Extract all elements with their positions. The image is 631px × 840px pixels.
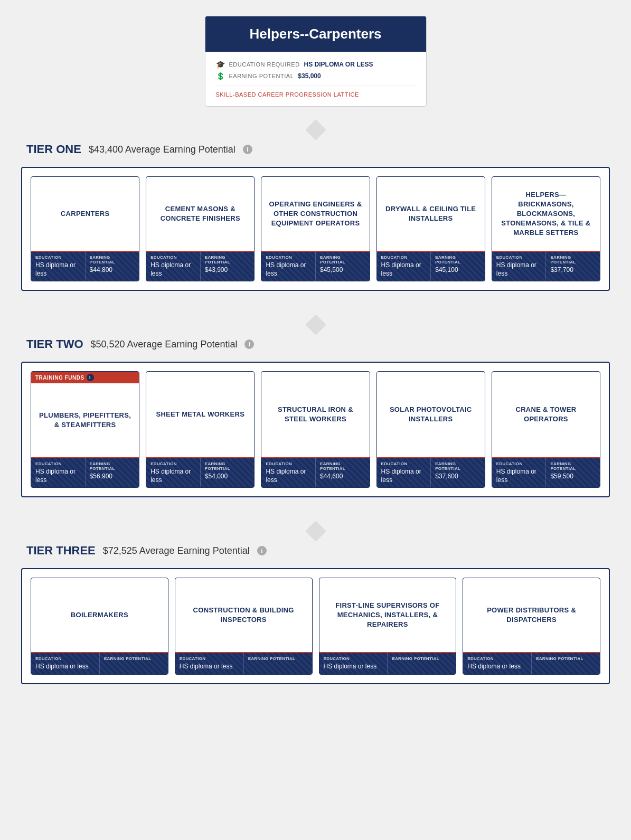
footer-earning-value: $54,000 <box>205 473 250 481</box>
card-footer: EDUCATION HS diploma or less EARNING POT… <box>261 251 369 281</box>
tier-two-cards-row: TRAINING FUNDS i PLUMBERS, PIPEFITTERS, … <box>31 371 600 488</box>
card-footer: EDUCATION HS diploma or less EARNING POT… <box>175 652 312 674</box>
footer-education-col: EDUCATION HS diploma or less <box>377 458 431 487</box>
connector-0 <box>21 122 610 137</box>
footer-education-value: HS diploma or less <box>266 468 311 484</box>
footer-education-label: EDUCATION <box>496 461 542 466</box>
card-title: OPERATING ENGINEERS & OTHER CONSTRUCTION… <box>268 200 363 229</box>
tier-three-card-2[interactable]: FIRST-LINE SUPERVISORS OF MECHANICS, INS… <box>319 578 457 675</box>
card-body: CARPENTERS <box>31 177 139 251</box>
footer-education-col: EDUCATION HS diploma or less <box>31 458 86 487</box>
footer-education-label: EDUCATION <box>150 461 196 466</box>
tier-two: TIER TWO $50,520 Average Earning Potenti… <box>21 337 610 497</box>
card-title: CRANE & TOWER OPERATORS <box>498 405 594 424</box>
tier-three-info-icon[interactable]: i <box>257 546 267 555</box>
header-card: Helpers--Carpenters 🎓 EDUCATION REQUIRED… <box>205 16 427 107</box>
card-footer: EDUCATION HS diploma or less EARNING POT… <box>146 251 254 281</box>
card-footer: EDUCATION HS diploma or less EARNING POT… <box>146 457 254 487</box>
card-footer: EDUCATION HS diploma or less EARNING POT… <box>31 652 168 674</box>
footer-earning-label: EARNING POTENTIAL <box>205 255 250 265</box>
footer-education-label: EDUCATION <box>180 656 239 661</box>
card-footer: EDUCATION HS diploma or less EARNING POT… <box>31 251 139 281</box>
tier-two-info-icon[interactable]: i <box>244 339 254 349</box>
card-title: SOLAR PHOTOVOLTAIC INSTALLERS <box>383 405 478 424</box>
card-body: CONSTRUCTION & BUILDING INSPECTORS <box>175 578 312 652</box>
footer-earning-col: EARNING POTENTIAL $37,600 <box>431 458 485 487</box>
tier-one-card-4[interactable]: HELPERS— BRICKMASONS, BLOCKMASONS, STONE… <box>492 176 600 281</box>
footer-education-value: HS diploma or less <box>381 261 427 278</box>
tier-one-card-3[interactable]: DRYWALL & CEILING TILE INSTALLERS EDUCAT… <box>376 176 485 281</box>
footer-earning-value: $37,700 <box>550 266 596 275</box>
footer-earning-label: EARNING POTENTIAL <box>320 461 365 471</box>
card-title: CONSTRUCTION & BUILDING INSPECTORS <box>182 606 306 625</box>
footer-earning-col: EARNING POTENTIAL <box>244 653 312 674</box>
header-title: Helpers--Carpenters <box>205 16 426 52</box>
footer-earning-value: $44,800 <box>90 266 135 275</box>
card-title: CARPENTERS <box>61 209 110 219</box>
footer-education-value: HS diploma or less <box>35 468 81 484</box>
footer-education-value: HS diploma or less <box>381 468 427 484</box>
tier-two-card-4[interactable]: CRANE & TOWER OPERATORS EDUCATION HS dip… <box>492 371 600 488</box>
tier-three-card-0[interactable]: BOILERMAKERS EDUCATION HS diploma or les… <box>31 578 168 675</box>
footer-education-col: EDUCATION HS diploma or less <box>261 458 316 487</box>
card-footer: EDUCATION HS diploma or less EARNING POT… <box>31 457 139 487</box>
tier-one-card-2[interactable]: OPERATING ENGINEERS & OTHER CONSTRUCTION… <box>261 176 370 281</box>
footer-earning-label: EARNING POTENTIAL <box>536 656 596 661</box>
footer-earning-col: EARNING POTENTIAL $37,700 <box>546 252 600 281</box>
tier-two-card-2[interactable]: STRUCTURAL IRON & STEEL WORKERS EDUCATIO… <box>261 371 370 488</box>
tier-two-card-0[interactable]: TRAINING FUNDS i PLUMBERS, PIPEFITTERS, … <box>31 371 139 488</box>
training-funds-info-icon[interactable]: i <box>87 374 94 381</box>
lattice-link[interactable]: SKILL-BASED CAREER PROGRESSION LATTICE <box>216 86 416 98</box>
tier-one: TIER ONE $43,400 Average Earning Potenti… <box>21 143 610 291</box>
footer-earning-value: $59,500 <box>550 473 596 481</box>
connector-2 <box>21 524 610 539</box>
card-body: HELPERS— BRICKMASONS, BLOCKMASONS, STONE… <box>492 177 600 251</box>
footer-education-value: HS diploma or less <box>35 261 81 278</box>
tier-one-card-0[interactable]: CARPENTERS EDUCATION HS diploma or less … <box>31 176 139 281</box>
tier-one-info-icon[interactable]: i <box>243 145 252 154</box>
card-footer: EDUCATION HS diploma or less EARNING POT… <box>319 652 456 674</box>
footer-education-label: EDUCATION <box>150 255 196 260</box>
footer-earning-col: EARNING POTENTIAL $59,500 <box>546 458 600 487</box>
tier-three-card-1[interactable]: CONSTRUCTION & BUILDING INSPECTORS EDUCA… <box>175 578 313 675</box>
tier-two-container: TRAINING FUNDS i PLUMBERS, PIPEFITTERS, … <box>21 362 610 497</box>
card-body: STRUCTURAL IRON & STEEL WORKERS <box>261 372 369 457</box>
footer-earning-col: EARNING POTENTIAL $43,900 <box>201 252 255 281</box>
footer-earning-value: $37,600 <box>435 473 481 481</box>
tier-one-card-1[interactable]: CEMENT MASONS & CONCRETE FINISHERS EDUCA… <box>146 176 255 281</box>
graduation-icon: 🎓 <box>216 60 225 69</box>
footer-education-col: EDUCATION HS diploma or less <box>319 653 388 674</box>
footer-earning-label: EARNING POTENTIAL <box>392 656 451 661</box>
card-title: HELPERS— BRICKMASONS, BLOCKMASONS, STONE… <box>498 190 594 238</box>
connector-diamond <box>305 119 326 140</box>
footer-education-value: HS diploma or less <box>150 261 196 278</box>
card-body: CEMENT MASONS & CONCRETE FINISHERS <box>146 177 254 251</box>
card-body: BOILERMAKERS <box>31 578 168 652</box>
footer-earning-col: EARNING POTENTIAL <box>532 653 600 674</box>
footer-earning-value: $45,100 <box>435 266 481 275</box>
footer-education-value: HS diploma or less <box>150 468 196 484</box>
earning-value: $35,000 <box>298 72 321 80</box>
footer-earning-label: EARNING POTENTIAL <box>435 461 481 471</box>
card-footer: EDUCATION HS diploma or less EARNING POT… <box>377 457 485 487</box>
card-footer: EDUCATION HS diploma or less EARNING POT… <box>492 251 600 281</box>
footer-earning-col: EARNING POTENTIAL $44,800 <box>86 252 139 281</box>
card-body: POWER DISTRIBUTORS & DISPATCHERS <box>463 578 600 652</box>
tier-three-avg: $72,525 Average Earning Potential <box>103 545 250 556</box>
tier-one-header: TIER ONE $43,400 Average Earning Potenti… <box>21 143 610 156</box>
footer-education-col: EDUCATION HS diploma or less <box>377 252 431 281</box>
card-title: DRYWALL & CEILING TILE INSTALLERS <box>383 204 478 223</box>
tier-two-card-3[interactable]: SOLAR PHOTOVOLTAIC INSTALLERS EDUCATION … <box>376 371 485 488</box>
tiers-container: TIER ONE $43,400 Average Earning Potenti… <box>21 122 610 684</box>
footer-earning-col: EARNING POTENTIAL $54,000 <box>201 458 255 487</box>
footer-education-label: EDUCATION <box>467 656 527 661</box>
tier-two-card-1[interactable]: SHEET METAL WORKERS EDUCATION HS diploma… <box>146 371 255 488</box>
tier-three-card-3[interactable]: POWER DISTRIBUTORS & DISPATCHERS EDUCATI… <box>463 578 600 675</box>
connector-1 <box>21 317 610 332</box>
footer-earning-value: $43,900 <box>205 266 250 275</box>
tier-three: TIER THREE $72,525 Average Earning Poten… <box>21 544 610 684</box>
footer-earning-col: EARNING POTENTIAL $56,900 <box>86 458 139 487</box>
footer-education-col: EDUCATION HS diploma or less <box>146 458 201 487</box>
footer-education-col: EDUCATION HS diploma or less <box>463 653 532 674</box>
page: Helpers--Carpenters 🎓 EDUCATION REQUIRED… <box>0 0 631 726</box>
